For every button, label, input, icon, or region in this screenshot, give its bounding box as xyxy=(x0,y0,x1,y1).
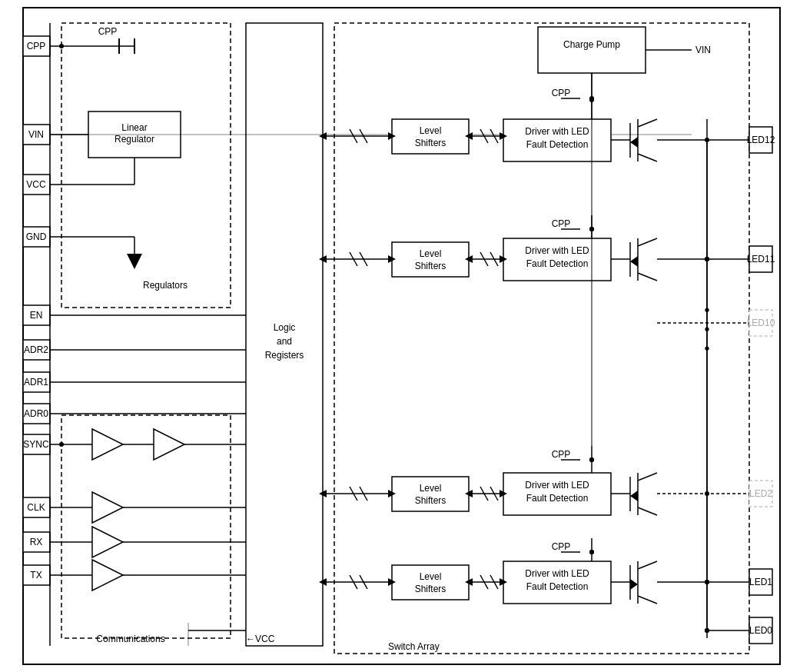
svg-rect-122 xyxy=(392,477,469,511)
svg-rect-61 xyxy=(538,27,646,73)
pin-adr2: ADR2 xyxy=(24,344,48,355)
level-shifters-r3-l1: Level xyxy=(420,483,442,494)
svg-point-175 xyxy=(589,550,594,554)
pin-clk: CLK xyxy=(27,502,45,513)
level-shifters-r2-l1: Level xyxy=(420,248,442,259)
driver-r3-l1: Driver with LED xyxy=(525,480,589,491)
pin-vin: VIN xyxy=(28,129,44,140)
logic-registers-label2: and xyxy=(277,336,292,347)
pin-sync: SYNC xyxy=(23,439,49,450)
svg-marker-47 xyxy=(92,429,123,460)
charge-pump-label1: Charge Pump xyxy=(563,39,620,50)
led2-label: LED2 xyxy=(749,488,772,499)
svg-line-82 xyxy=(638,154,657,161)
block-diagram: CPP VIN VCC GND EN ADR2 ADR1 ADR0 SYNC C… xyxy=(0,0,790,672)
switch-array-label: Switch Array xyxy=(388,641,440,652)
svg-marker-163 xyxy=(630,579,638,590)
pin-adr0: ADR0 xyxy=(24,408,48,419)
led0-label: LED0 xyxy=(749,625,772,636)
pin-tx: TX xyxy=(30,570,41,581)
svg-line-159 xyxy=(638,561,657,569)
level-shifters-r1-l2: Shifters xyxy=(415,138,446,148)
vin-charge-pump: VIN xyxy=(695,45,711,55)
vcc-comm-label: ←VCC xyxy=(246,634,275,644)
svg-line-135 xyxy=(638,473,657,481)
svg-line-106 xyxy=(638,273,657,281)
driver-r4-l2: Fault Detection xyxy=(526,581,589,592)
linear-regulator-label: Linear xyxy=(121,122,147,133)
svg-rect-26 xyxy=(61,23,231,308)
svg-line-160 xyxy=(638,596,657,604)
svg-marker-38 xyxy=(127,254,142,269)
svg-rect-68 xyxy=(392,119,469,154)
level-shifters-r1-l1: Level xyxy=(420,125,442,136)
pin-vcc: VCC xyxy=(26,179,46,190)
svg-line-136 xyxy=(638,507,657,515)
driver-r2-l1: Driver with LED xyxy=(525,245,589,256)
logic-registers-label3: Registers xyxy=(265,350,304,361)
svg-rect-39 xyxy=(246,23,323,646)
led11-label: LED11 xyxy=(747,254,775,264)
svg-marker-55 xyxy=(92,527,123,557)
cpp-label-r4: CPP xyxy=(552,541,571,552)
cpp-label-r3: CPP xyxy=(552,449,571,460)
svg-point-28 xyxy=(59,44,64,48)
level-shifters-r2-l2: Shifters xyxy=(415,261,446,271)
driver-r2-l2: Fault Detection xyxy=(526,258,589,269)
svg-marker-85 xyxy=(630,137,638,148)
pin-rx: RX xyxy=(30,537,43,547)
svg-marker-58 xyxy=(92,560,123,590)
svg-point-174 xyxy=(589,457,594,462)
led1-label: LED1 xyxy=(749,577,772,587)
level-shifters-r3-l2: Shifters xyxy=(415,495,446,506)
svg-marker-109 xyxy=(630,256,638,267)
svg-rect-146 xyxy=(392,565,469,600)
cpp-label-r1: CPP xyxy=(552,88,571,98)
svg-marker-139 xyxy=(630,491,638,501)
svg-point-178 xyxy=(705,580,709,584)
communications-label: Communications xyxy=(96,634,164,644)
led10-label: LED10 xyxy=(747,318,775,328)
linear-regulator-label2: Regulator xyxy=(115,134,154,145)
svg-point-173 xyxy=(589,227,594,231)
svg-line-81 xyxy=(638,119,657,127)
svg-point-177 xyxy=(705,257,709,261)
svg-point-179 xyxy=(705,628,709,633)
regulators-label: Regulators xyxy=(143,280,188,291)
svg-rect-60 xyxy=(334,23,749,654)
svg-marker-49 xyxy=(154,429,184,460)
cpp-label-r2: CPP xyxy=(552,218,571,229)
driver-r3-l2: Fault Detection xyxy=(526,493,589,504)
driver-r1-l2: Fault Detection xyxy=(526,139,589,150)
pin-adr1: ADR1 xyxy=(24,377,48,388)
svg-rect-92 xyxy=(392,242,469,277)
led12-label: LED12 xyxy=(747,135,775,145)
driver-r4-l1: Driver with LED xyxy=(525,568,589,579)
svg-point-46 xyxy=(59,442,64,447)
driver-r1-l1: Driver with LED xyxy=(525,126,589,137)
pin-cpp: CPP xyxy=(27,41,46,52)
pin-en: EN xyxy=(30,310,43,321)
cpp-internal-label: CPP xyxy=(98,26,118,37)
pin-gnd: GND xyxy=(26,231,47,242)
level-shifters-r4-l2: Shifters xyxy=(415,584,446,594)
level-shifters-r4-l1: Level xyxy=(420,571,442,582)
svg-marker-52 xyxy=(92,492,123,523)
svg-line-105 xyxy=(638,238,657,246)
svg-rect-44 xyxy=(61,415,231,638)
logic-registers-label1: Logic xyxy=(274,322,296,333)
